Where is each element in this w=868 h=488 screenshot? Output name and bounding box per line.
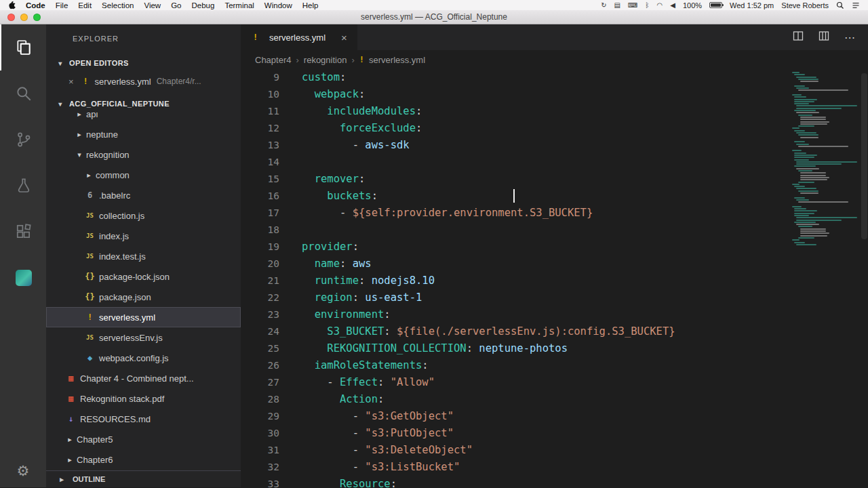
minimize-button[interactable] [20, 14, 28, 21]
code-line-21[interactable]: 21 runtime: nodejs8.10 [241, 272, 868, 289]
line-number: 11 [241, 103, 279, 120]
code-line-24[interactable]: 24 S3_BUCKET: ${file(./serverlessEnv.js)… [241, 323, 868, 340]
menu-user[interactable]: Steve Roberts [781, 1, 829, 9]
tab-close-icon[interactable]: × [341, 32, 347, 43]
keyboard-icon[interactable]: ⌨ [628, 1, 637, 9]
code-line-25[interactable]: 25 REKOGNITION_COLLECTION: neptune-photo… [241, 340, 868, 357]
menu-code[interactable]: Code [26, 1, 45, 9]
tree-item-chapter-4-combined-nept[interactable]: ▦Chapter 4 - Combined nept... [46, 368, 241, 388]
code-line-26[interactable]: 26 iamRoleStatements: [241, 357, 868, 374]
project-section-header[interactable]: ▾ ACG_OFFICIAL_NEPTUNE [46, 95, 241, 113]
breadcrumb-item-serverless-yml[interactable]: serverless.yml [369, 55, 425, 65]
split-editor-icon[interactable] [793, 30, 804, 44]
menu-help[interactable]: Help [302, 1, 319, 9]
zoom-button[interactable] [33, 14, 41, 21]
spotlight-icon[interactable] [836, 1, 844, 9]
code-line-12[interactable]: 12 forceExclude: [241, 120, 868, 137]
tree-item-webpack-config-js[interactable]: ◆webpack.config.js [46, 348, 241, 368]
code-line-23[interactable]: 23 environment: [241, 306, 868, 323]
tree-item-rekognition[interactable]: ▾rekognition [46, 144, 241, 165]
code-text: region: us-east-1 [279, 289, 422, 306]
minimap[interactable] [792, 69, 860, 246]
minimap-line [798, 170, 812, 171]
tree-item-chapter5[interactable]: ▸Chapter5 [46, 429, 241, 449]
code-line-20[interactable]: 20 name: aws [241, 256, 868, 272]
tree-item-serverless-yml[interactable]: !serverless.yml [46, 307, 241, 327]
javascript-icon: JS [84, 232, 96, 239]
flask-icon[interactable] [0, 163, 46, 209]
menu-view[interactable]: View [144, 1, 161, 9]
extension-plugin-icon[interactable] [0, 255, 46, 301]
more-actions-icon[interactable]: ⋯ [844, 31, 856, 44]
code-line-29[interactable]: 29 - "s3:GetObject" [241, 408, 868, 425]
sync-icon[interactable]: ↻ [601, 1, 606, 9]
settings-gear-icon[interactable]: ⚙ [0, 463, 46, 479]
code-line-31[interactable]: 31 - "s3:DeleteObject" [241, 442, 868, 459]
file-tree: ▸api▸neptune▾rekognition▸common6.babelrc… [46, 113, 241, 470]
tree-item-babelrc[interactable]: 6.babelrc [46, 185, 241, 205]
breadcrumb-item-chapter4[interactable]: Chapter4 [255, 55, 291, 65]
outline-section-header[interactable]: ▸ OUTLINE [46, 470, 241, 487]
code-line-13[interactable]: 13 - aws-sdk [241, 137, 868, 154]
battery-icon[interactable] [709, 2, 722, 8]
menu-terminal[interactable]: Terminal [224, 1, 254, 9]
editor-layout-icon[interactable] [818, 30, 829, 44]
code-line-27[interactable]: 27 - Effect: "Allow" [241, 374, 868, 391]
tree-item-index-test-js[interactable]: JSindex.test.js [46, 246, 241, 266]
code-line-32[interactable]: 32 - "s3:ListBucket" [241, 459, 868, 476]
close-button[interactable] [7, 14, 15, 21]
open-editors-header[interactable]: ▾ OPEN EDITORS [46, 54, 241, 72]
explorer-icon[interactable] [0, 24, 46, 70]
code-line-30[interactable]: 30 - "s3:PutObject" [241, 425, 868, 442]
menu-edit[interactable]: Edit [78, 1, 92, 9]
code-line-14[interactable]: 14 [241, 154, 868, 171]
menu-clock[interactable]: Wed 1:52 pm [730, 1, 774, 9]
tab-serverless-yml[interactable]: ! serverless.yml × [241, 24, 357, 50]
code-line-19[interactable]: 19provider: [241, 239, 868, 256]
code-line-17[interactable]: 17 - ${self:provider.environment.S3_BUCK… [241, 205, 868, 222]
search-icon[interactable] [0, 70, 46, 117]
tree-item-rekognition-stack-pdf[interactable]: ▦Rekognition stack.pdf [46, 388, 241, 409]
source-control-icon[interactable] [0, 117, 46, 163]
tree-item-common[interactable]: ▸common [46, 165, 241, 185]
tree-item-resources-md[interactable]: ↓RESOURCES.md [46, 409, 241, 429]
menu-selection[interactable]: Selection [102, 1, 134, 9]
code-line-9[interactable]: 9custom: [241, 69, 868, 86]
notification-center-icon[interactable] [852, 1, 860, 9]
code-line-10[interactable]: 10 webpack: [241, 86, 868, 103]
tree-item-collection-js[interactable]: JScollection.js [46, 205, 241, 226]
code-line-11[interactable]: 11 includeModules: [241, 103, 868, 120]
code-line-33[interactable]: 33 Resource: [241, 476, 868, 487]
line-number: 31 [241, 442, 279, 459]
tree-item-index-js[interactable]: JSindex.js [46, 226, 241, 246]
code-area[interactable]: 9custom:10 webpack:11 includeModules:12 … [241, 69, 868, 487]
code-line-18[interactable]: 18 [241, 222, 868, 239]
tree-item-package-lock-json[interactable]: {}package-lock.json [46, 266, 241, 287]
editor-actions: ⋯ [793, 24, 868, 50]
bluetooth-icon[interactable]: ᛒ [645, 1, 649, 9]
code-line-15[interactable]: 15 remover: [241, 171, 868, 188]
wifi-icon[interactable]: ◠ [656, 1, 663, 9]
tree-item-neptune[interactable]: ▸neptune [46, 124, 241, 144]
code-text: - ${self:provider.environment.S3_BUCKET} [279, 205, 593, 222]
menu-go[interactable]: Go [171, 1, 181, 9]
code-line-22[interactable]: 22 region: us-east-1 [241, 289, 868, 306]
tree-item-chapter6[interactable]: ▸Chapter6 [46, 449, 241, 470]
close-editor-icon[interactable]: × [68, 77, 74, 87]
tree-item-api[interactable]: ▸api [46, 113, 241, 124]
volume-icon[interactable]: ◀ [670, 1, 675, 9]
open-editor-serverless-yml[interactable]: ×!serverless.ymlChapter4/r... [46, 72, 241, 91]
display-icon[interactable]: ▤ [614, 1, 620, 9]
extensions-icon[interactable] [0, 209, 46, 255]
menu-file[interactable]: File [56, 1, 68, 9]
tree-item-serverlessenv-js[interactable]: JSserverlessEnv.js [46, 327, 241, 348]
code-line-28[interactable]: 28 Action: [241, 391, 868, 408]
menu-debug[interactable]: Debug [191, 1, 214, 9]
breadcrumb-item-rekognition[interactable]: rekognition [304, 55, 347, 65]
apple-menu-icon[interactable] [8, 1, 16, 9]
code-line-16[interactable]: 16 buckets: [241, 188, 868, 205]
menu-window[interactable]: Window [264, 1, 292, 9]
tree-item-package-json[interactable]: {}package.json [46, 287, 241, 307]
code-text: forceExclude: [279, 120, 422, 137]
scrollbar-thumb[interactable] [861, 73, 867, 239]
